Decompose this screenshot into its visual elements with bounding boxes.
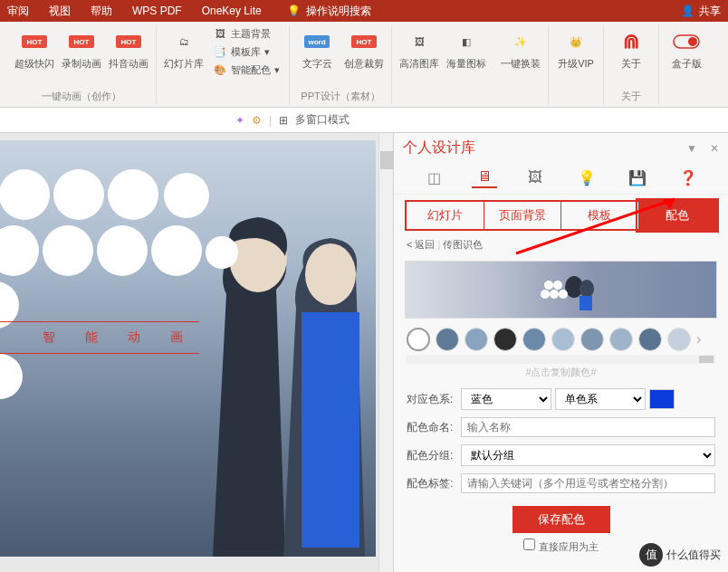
circle-node [43, 225, 93, 276]
swatch-hint: #点击复制颜色# [394, 364, 728, 385]
disk-icon[interactable]: 💾 [625, 167, 650, 188]
menu-view[interactable]: 视图 [49, 4, 71, 19]
color-swatches: › [394, 324, 728, 355]
slide-library-button[interactable]: 🗂幻灯片库 [162, 25, 206, 78]
ribbon: HOT超级快闪 HOT录制动画 HOT抖音动画 一键动画（创作） 🗂幻灯片库 🖼… [0, 22, 728, 108]
svg-point-9 [553, 281, 562, 290]
group-label-design: PPT设计（素材） [301, 90, 379, 105]
tab-slides[interactable]: 幻灯片 [407, 202, 484, 229]
creative-crop-button[interactable]: HOT创意裁剪 [342, 25, 386, 72]
sub-toolbar: ✦ ⚙ | ⊞ 多窗口模式 [0, 108, 728, 133]
swatch[interactable] [493, 328, 517, 351]
watermark-text: 什么值得买 [666, 548, 721, 563]
apply-label: 直接应用为主 [539, 541, 599, 552]
about-button[interactable]: ⋒关于 [609, 25, 653, 72]
svg-point-10 [541, 290, 550, 299]
box-version-button[interactable]: 盒子版 [665, 25, 708, 72]
colortype-select[interactable]: 单色系 [555, 388, 646, 410]
group-select[interactable]: 默认分组 [461, 444, 715, 466]
colorsys-label: 对应色系: [407, 392, 457, 407]
swatch[interactable] [465, 328, 488, 351]
svg-rect-4 [302, 312, 359, 548]
menubar: 审阅 视图 帮助 WPS PDF OneKey Lite 💡 操作说明搜索 👤 … [0, 0, 728, 22]
chevron-right-icon[interactable]: › [696, 331, 701, 348]
share-button[interactable]: 共享 [699, 4, 721, 19]
search-hint[interactable]: 操作说明搜索 [306, 4, 371, 19]
douyin-anim-button[interactable]: HOT抖音动画 [107, 25, 150, 72]
name-label: 配色命名: [407, 420, 457, 435]
image-icon[interactable]: 🖼 [522, 167, 548, 188]
one-click-theme-button[interactable]: ✨一键换装 [499, 25, 542, 72]
record-anim-button[interactable]: HOT录制动画 [60, 25, 103, 72]
star-icon[interactable]: ✦ [235, 114, 244, 127]
slide-title-text[interactable]: , 智 能 动 画 [0, 321, 199, 354]
design-library-panel: 个人设计库 ▼ ✕ ◫ 🖥 🖼 💡 💾 ❓ 幻灯片 页面背景 模板 配色 < 返… [393, 133, 728, 572]
person-figure-2 [267, 231, 393, 557]
dropdown-icon[interactable]: ▼ [686, 142, 697, 155]
theme-bg-button[interactable]: 🖼主题背景 [209, 25, 283, 42]
circle-node [0, 169, 50, 220]
back-link[interactable]: < 返回 [407, 239, 435, 250]
menu-help[interactable]: 帮助 [91, 4, 112, 19]
svg-point-8 [544, 281, 553, 290]
user-icon[interactable]: 👤 [681, 5, 694, 17]
slide-canvas[interactable]: , 智 能 动 画 [0, 140, 376, 557]
tab-background[interactable]: 页面背景 [484, 202, 562, 229]
cube-icon[interactable]: ◫ [421, 167, 446, 188]
color-preview-box[interactable] [649, 389, 675, 409]
swatch[interactable] [522, 328, 546, 351]
circle-node [206, 236, 238, 269]
lightbulb-tab-icon[interactable]: 💡 [574, 167, 599, 188]
monitor-icon[interactable]: 🖥 [472, 167, 497, 188]
help-icon[interactable]: ❓ [675, 167, 701, 188]
upgrade-vip-button[interactable]: 👑升级VIP [554, 25, 598, 72]
swatch[interactable] [609, 328, 633, 351]
swatch[interactable] [580, 328, 604, 351]
icon-library-button[interactable]: ◧海量图标 [445, 25, 488, 72]
save-button[interactable]: 保存配色 [512, 506, 610, 533]
smart-color-button[interactable]: 🎨智能配色▾ [209, 62, 283, 78]
svg-point-11 [550, 290, 559, 299]
swatch[interactable] [436, 328, 459, 351]
swatch[interactable] [551, 328, 575, 351]
circle-node [53, 169, 104, 220]
group-label-about: 关于 [621, 90, 641, 105]
menu-onekey[interactable]: OneKey Lite [202, 5, 262, 17]
slide-editor[interactable]: , 智 能 动 画 [0, 133, 393, 572]
circle-node [151, 225, 202, 276]
vertical-scrollbar[interactable] [378, 133, 393, 572]
tab-color[interactable]: 配色 [639, 202, 716, 229]
menu-wpspdf[interactable]: WPS PDF [132, 5, 182, 17]
tab-template[interactable]: 模板 [561, 202, 639, 229]
apply-checkbox[interactable] [523, 539, 535, 550]
image-color-detect: 传图识色 [443, 239, 483, 250]
group-label: 配色分组: [407, 448, 457, 463]
svg-rect-7 [580, 296, 592, 310]
gear-icon[interactable]: ⚙ [252, 114, 262, 127]
multiwindow-button[interactable]: 多窗口模式 [295, 112, 350, 128]
svg-point-6 [580, 280, 594, 298]
watermark: 值 什么值得买 [639, 543, 721, 567]
swatch[interactable] [638, 328, 662, 351]
super-flash-button[interactable]: HOT超级快闪 [13, 25, 56, 72]
category-icons: ◫ 🖥 🖼 💡 💾 ❓ [394, 161, 728, 195]
svg-point-12 [559, 290, 568, 299]
lightbulb-icon: 💡 [287, 5, 301, 17]
panel-title: 个人设计库 [403, 138, 674, 157]
color-preview-image[interactable] [405, 261, 717, 319]
tag-input[interactable] [461, 473, 715, 493]
template-lib-button[interactable]: 📑模板库▾ [209, 43, 283, 60]
menu-review[interactable]: 审阅 [7, 4, 29, 19]
close-icon[interactable]: ✕ [710, 142, 719, 155]
tag-label: 配色标签: [407, 476, 457, 491]
watermark-icon: 值 [639, 543, 663, 567]
hd-gallery-button[interactable]: 🖼高清图库 [398, 25, 441, 72]
circle-node [97, 225, 148, 276]
swatch[interactable] [667, 328, 691, 351]
wordcloud-button[interactable]: word文字云 [295, 25, 339, 72]
swatch[interactable] [407, 328, 430, 351]
circle-node [164, 173, 209, 218]
circle-node [0, 354, 23, 399]
name-input[interactable] [461, 417, 715, 437]
colorsys-select[interactable]: 蓝色 [461, 388, 551, 410]
